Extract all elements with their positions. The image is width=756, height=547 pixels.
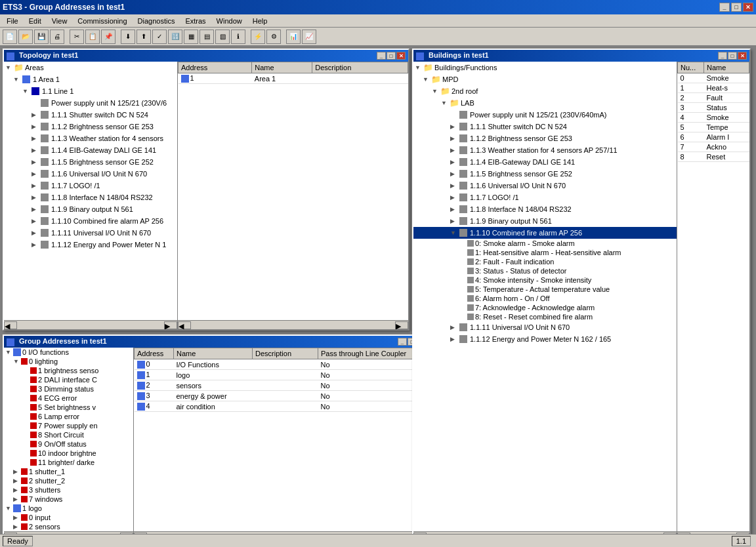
- tree-item-io[interactable]: ▼ 0 I/O functions: [4, 348, 133, 357]
- tree-item-d118[interactable]: ▶ 1.1.8 Interface N 148/04 RS232: [4, 192, 177, 203]
- tree-item-logo[interactable]: ▼ 1 logo: [4, 504, 133, 513]
- table-row[interactable]: 3 Status: [678, 103, 749, 113]
- topology-title-btns[interactable]: _ □ ✕: [377, 52, 406, 60]
- tree-item-b-ch4[interactable]: ▶ 4: Smoke intensity - Smoke intensity: [413, 275, 677, 285]
- tree-item-area1[interactable]: ▼ 1 Area 1: [4, 73, 177, 85]
- tb-info[interactable]: ℹ: [231, 30, 245, 44]
- tree-item-b-ch0[interactable]: ▶ 0: Smoke alarm - Smoke alarm: [413, 239, 677, 248]
- tree-item-sensors-grp[interactable]: ▶ 2 sensors: [4, 522, 133, 531]
- tree-item-d112[interactable]: ▶ 1.1.2 Brightness sensor GE 253: [4, 121, 177, 132]
- tree-item-bldg[interactable]: ▼ 📁 Buildings/Functions: [413, 62, 677, 73]
- tree-item-g10[interactable]: ▶ 10 indoor brightne: [4, 449, 133, 458]
- tree-item-2ndroof[interactable]: ▼ 📁 2nd roof: [413, 85, 677, 97]
- tree-item-shutter2[interactable]: ▶ 2 shutter_2: [4, 476, 133, 485]
- tree-item-g2[interactable]: ▶ 2 DALI interface C: [4, 375, 133, 384]
- buildings-titlebar[interactable]: Buildings in test1 _ □ ✕: [413, 50, 749, 62]
- tree-item-g6[interactable]: ▶ 6 Lamp error: [4, 412, 133, 421]
- tb-bus1[interactable]: ⚡: [251, 30, 265, 44]
- group-minimize[interactable]: _: [398, 338, 407, 346]
- menu-window[interactable]: Window: [211, 16, 247, 26]
- tb-check[interactable]: ✓: [152, 30, 167, 44]
- tree-item-lighting[interactable]: ▼ 0 lighting: [4, 357, 133, 366]
- tb-paste[interactable]: 📌: [101, 30, 116, 44]
- table-row[interactable]: 7 Ackno: [678, 142, 749, 152]
- buildings-minimize[interactable]: _: [718, 52, 727, 60]
- tree-item-b-115[interactable]: ▶ 1.1.5 Brightness sensor GE 252: [413, 168, 677, 180]
- tree-item-b-118[interactable]: ▶ 1.1.8 Interface N 148/04 RS232: [413, 203, 677, 215]
- tree-item-d114[interactable]: ▶ 1.1.4 EIB-Gateway DALI GE 141: [4, 144, 177, 156]
- menu-help[interactable]: Help: [247, 16, 273, 26]
- tree-item-d119[interactable]: ▶ 1.1.9 Binary output N 561: [4, 203, 177, 215]
- tree-item-b-ch6[interactable]: ▶ 6: Alarm horn - On / Off: [413, 294, 677, 303]
- tree-item-shutter1[interactable]: ▶ 1 shutter_1: [4, 467, 133, 476]
- tree-item-b-119[interactable]: ▶ 1.1.9 Binary output N 561: [413, 215, 677, 227]
- tree-item-g9[interactable]: ▶ 9 On/Off status: [4, 439, 133, 449]
- menu-view[interactable]: View: [47, 16, 73, 26]
- buildings-right-table[interactable]: Nu... Name 0 Smoke 1 Heat-s: [677, 62, 749, 531]
- tree-item-d1112[interactable]: ▶ 1.1.12 Energy and Power Meter N 1: [4, 239, 177, 251]
- tb-save[interactable]: 💾: [34, 30, 49, 44]
- topology-minimize[interactable]: _: [377, 52, 386, 60]
- tree-item-b-111[interactable]: ▶ 1.1.1 Shutter switch DC N 524: [413, 121, 677, 132]
- tb-diag2[interactable]: 📈: [302, 30, 316, 44]
- tree-item-b-117[interactable]: ▶ 1.1.7 LOGO! /1: [413, 192, 677, 203]
- menu-commissioning[interactable]: Commissioning: [72, 16, 132, 26]
- tb-layout3[interactable]: ▧: [215, 30, 230, 44]
- tree-item-d117[interactable]: ▶ 1.1.7 LOGO! /1: [4, 180, 177, 192]
- table-row[interactable]: 5 Tempe: [678, 123, 749, 132]
- table-row[interactable]: 8 Reset: [678, 152, 749, 162]
- tree-item-g7[interactable]: ▶ 7 Power supply en: [4, 421, 133, 430]
- tree-item-d116[interactable]: ▶ 1.1.6 Universal I/O Unit N 670: [4, 168, 177, 180]
- tree-item-g8[interactable]: ▶ 8 Short Circuit: [4, 430, 133, 439]
- topology-table-hscroll[interactable]: ◀ ▶: [178, 320, 408, 329]
- topology-maximize[interactable]: □: [387, 52, 396, 60]
- buildings-maximize[interactable]: □: [728, 52, 737, 60]
- table-row[interactable]: 0 Smoke: [678, 73, 749, 83]
- tree-item-b-1111[interactable]: ▶ 1.1.11 Universal I/O Unit N 670: [413, 321, 677, 333]
- minimize-btn[interactable]: _: [719, 3, 730, 12]
- tb-diag1[interactable]: 📊: [286, 30, 301, 44]
- tb-layout2[interactable]: ▤: [200, 30, 214, 44]
- tree-item-b-psu[interactable]: ▶ Power supply unit N 125/21 (230V/640mA…: [413, 109, 677, 121]
- group-table[interactable]: Address Name Description Pass through Li…: [134, 348, 429, 531]
- tb-open[interactable]: 📂: [18, 30, 33, 44]
- tree-item-psu[interactable]: ▶ Power supply unit N 125/21 (230V/6: [4, 97, 177, 109]
- tree-item-d111[interactable]: ▶ 1.1.1 Shutter switch DC N 524: [4, 109, 177, 121]
- tb-upload[interactable]: ⬆: [136, 30, 151, 44]
- topology-titlebar[interactable]: Topology in test1 _ □ ✕: [4, 50, 408, 62]
- tree-item-b-ch1[interactable]: ▶ 1: Heat-sensitive alarm - Heat-sensiti…: [413, 248, 677, 257]
- tb-cut[interactable]: ✂: [70, 30, 84, 44]
- topology-tree-hscroll[interactable]: ◀ ▶: [4, 320, 177, 329]
- tree-item-windows[interactable]: ▶ 7 windows: [4, 495, 133, 504]
- tree-item-b-ch7[interactable]: ▶ 7: Acknowledge - Acknowledge alarm: [413, 303, 677, 312]
- tree-item-g3[interactable]: ▶ 3 Dimming status: [4, 384, 133, 394]
- tb-download[interactable]: ⬇: [121, 30, 135, 44]
- table-row[interactable]: 0 I/O Functions No: [135, 359, 429, 370]
- table-row[interactable]: 1 Area 1: [178, 73, 408, 84]
- table-row[interactable]: 3 energy & power No: [135, 391, 429, 401]
- tb-bus2[interactable]: ⚙: [266, 30, 281, 44]
- tree-item-d113[interactable]: ▶ 1.1.3 Weather station for 4 sensors: [4, 132, 177, 144]
- tree-item-b-ch3[interactable]: ▶ 3: Status - Status of detector: [413, 266, 677, 275]
- tree-item-shutters[interactable]: ▶ 3 shutters: [4, 485, 133, 495]
- table-row[interactable]: 1 logo No: [135, 370, 429, 380]
- tree-item-g4[interactable]: ▶ 4 ECG error: [4, 394, 133, 403]
- menu-edit[interactable]: Edit: [24, 16, 47, 26]
- tree-item-areas[interactable]: ▼ 📁 Areas: [4, 62, 177, 73]
- tree-item-b-116[interactable]: ▶ 1.1.6 Universal I/O Unit N 670: [413, 180, 677, 192]
- tree-item-b-112[interactable]: ▶ 1.1.2 Brightness sensor GE 253: [413, 132, 677, 144]
- menu-diagnostics[interactable]: Diagnostics: [133, 16, 180, 26]
- table-row[interactable]: 1 Heat-s: [678, 83, 749, 93]
- buildings-title-btns[interactable]: _ □ ✕: [718, 52, 747, 60]
- table-row[interactable]: 6 Alarm I: [678, 132, 749, 142]
- tb-copy[interactable]: 📋: [85, 30, 100, 44]
- tree-item-g11[interactable]: ▶ 11 brighter/ darke: [4, 458, 133, 467]
- tree-item-d1110[interactable]: ▶ 1.1.10 Combined fire alarm AP 256: [4, 215, 177, 227]
- menu-extras[interactable]: Extras: [180, 16, 211, 26]
- tb-print[interactable]: 🖨: [50, 30, 64, 44]
- buildings-close[interactable]: ✕: [738, 52, 747, 60]
- tree-item-b-ch2[interactable]: ▶ 2: Fault - Fault indication: [413, 257, 677, 266]
- tree-item-mpd[interactable]: ▼ 📁 MPD: [413, 73, 677, 85]
- group-tree[interactable]: ▼ 0 I/O functions ▼ 0 lighting ▶ 1 brigh…: [4, 348, 133, 531]
- tree-item-d115[interactable]: ▶ 1.1.5 Brightness sensor GE 252: [4, 156, 177, 168]
